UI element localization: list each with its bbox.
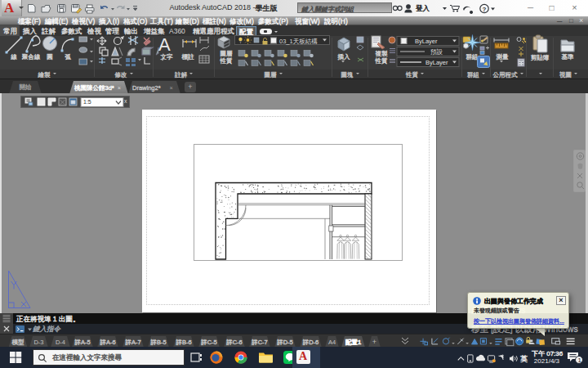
svg-text:預設: 預設 bbox=[430, 48, 443, 56]
svg-text:ByLayer: ByLayer bbox=[425, 59, 448, 66]
svg-text:03_1天板結構: 03_1天板結構 bbox=[279, 38, 318, 45]
svg-text:ByLayer: ByLayer bbox=[415, 38, 438, 45]
svg-text:1:5: 1:5 bbox=[83, 99, 91, 105]
svg-text:1: 1 bbox=[577, 357, 581, 364]
svg-text:x: x bbox=[124, 98, 127, 104]
svg-text:A: A bbox=[158, 34, 171, 55]
svg-text:?: ? bbox=[483, 6, 487, 13]
